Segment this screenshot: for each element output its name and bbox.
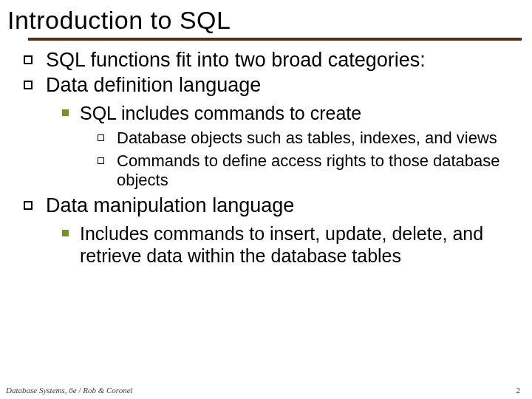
bullet-dml-includes: Includes commands to insert, update, del… [59,222,532,267]
bullet-ddl: Data definition language SQL includes co… [16,73,532,191]
bullet-access-rights: Commands to define access rights to thos… [93,151,532,191]
page-number: 2 [516,386,521,395]
bullet-list-level3: Database objects such as tables, indexes… [93,129,532,191]
bullet-sql-functions: SQL functions fit into two broad categor… [16,48,532,72]
bullet-sql-includes: SQL includes commands to create Database… [59,102,532,191]
bullet-list-level2b: Includes commands to insert, update, del… [59,222,532,267]
slide-title: Introduction to SQL [7,6,532,35]
bullet-sql-includes-text: SQL includes commands to create [80,103,361,123]
bullet-list-level2: SQL includes commands to create Database… [59,102,532,191]
title-underline [28,38,522,41]
bullet-ddl-text: Data definition language [46,74,261,96]
footer-text: Database Systems, 6e / Rob & Coronel [6,386,133,395]
bullet-db-objects: Database objects such as tables, indexes… [93,129,532,149]
slide: Introduction to SQL SQL functions fit in… [0,0,532,399]
bullet-dml-text: Data manipulation language [46,194,294,216]
bullet-dml: Data manipulation language Includes comm… [16,194,532,266]
bullet-list-level1: SQL functions fit into two broad categor… [16,48,532,267]
